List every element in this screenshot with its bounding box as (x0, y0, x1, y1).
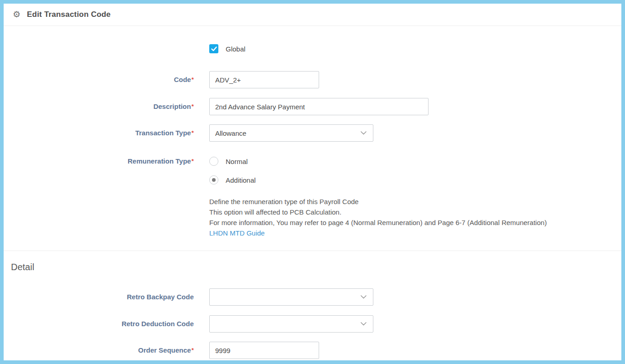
description-row: Description* (4, 98, 621, 115)
retro-backpay-label: Retro Backpay Code (127, 293, 194, 301)
radio-additional[interactable]: Additional (209, 175, 256, 185)
radio-circle-icon (209, 175, 218, 185)
chevron-down-icon (361, 295, 367, 299)
radio-circle-icon (209, 157, 218, 166)
required-marker: * (191, 76, 194, 83)
lhdn-mtd-guide-link[interactable]: LHDN MTD Guide (209, 228, 265, 238)
chevron-down-icon (361, 131, 367, 135)
required-marker: * (191, 347, 194, 354)
code-row: Code* (4, 71, 621, 88)
description-label: Description (153, 103, 191, 110)
order-sequence-label: Order Sequence (138, 346, 191, 354)
retro-backpay-row: Retro Backpay Code (4, 288, 621, 306)
section-divider (4, 251, 621, 251)
help-line: This option will affected to PCB Calcula… (209, 207, 621, 217)
transaction-type-row: Transaction Type* Allowance (4, 124, 621, 142)
order-sequence-input[interactable] (209, 342, 319, 359)
remuneration-type-label: Remuneration Type (128, 157, 191, 165)
global-checkbox-label: Global (226, 45, 245, 53)
radio-normal[interactable]: Normal (209, 157, 256, 166)
help-line: For more information, You may refer to p… (209, 217, 621, 228)
detail-section-title: Detail (11, 262, 621, 272)
required-marker: * (191, 103, 194, 110)
remuneration-type-row: Remuneration Type* Normal Additional (4, 157, 621, 185)
page-title: Edit Transaction Code (27, 10, 111, 19)
required-marker: * (191, 129, 194, 136)
remuneration-help-text: Define the remuneration type of this Pay… (209, 196, 621, 238)
transaction-type-label: Transaction Type (135, 129, 191, 137)
gear-icon: ⚙ (13, 10, 21, 19)
retro-deduction-label: Retro Deduction Code (122, 320, 194, 328)
retro-deduction-select[interactable] (209, 315, 373, 333)
edit-transaction-code-window: ⚙ Edit Transaction Code Global Code* Des… (0, 0, 625, 364)
retro-backpay-select[interactable] (209, 288, 373, 306)
transaction-type-select[interactable]: Allowance (209, 124, 373, 142)
global-row: Global (4, 44, 621, 53)
description-input[interactable] (209, 98, 429, 115)
help-line: Define the remuneration type of this Pay… (209, 196, 621, 207)
check-icon (211, 46, 217, 51)
chevron-down-icon (361, 322, 367, 326)
global-checkbox[interactable] (209, 44, 218, 53)
page-header: ⚙ Edit Transaction Code (4, 4, 621, 26)
code-label: Code (174, 76, 191, 83)
radio-additional-label: Additional (226, 176, 256, 184)
code-input[interactable] (209, 71, 319, 88)
transaction-type-value: Allowance (215, 129, 361, 137)
order-sequence-row: Order Sequence* (4, 342, 621, 359)
radio-normal-label: Normal (226, 158, 248, 165)
retro-deduction-row: Retro Deduction Code (4, 315, 621, 333)
required-marker: * (191, 158, 194, 164)
